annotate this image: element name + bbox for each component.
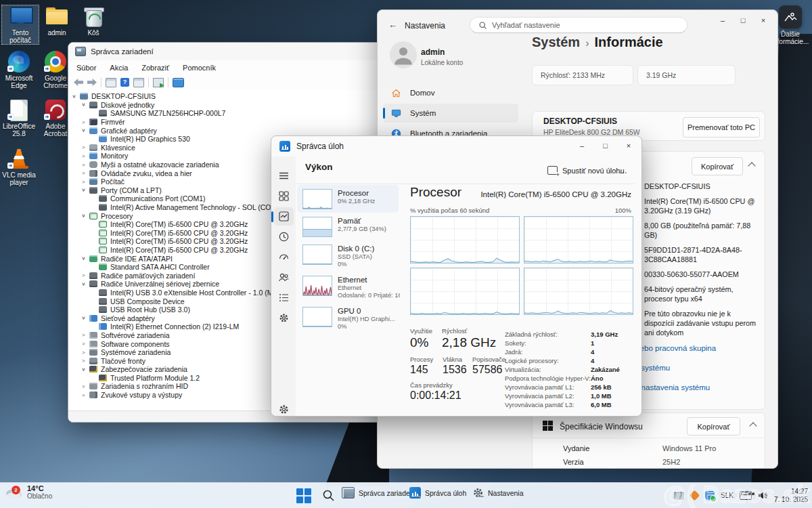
run-new-task-button[interactable]: Spustiť novú úlohu <box>547 166 625 175</box>
perf-list-item[interactable]: Disk 0 (C:) SSD (SATA) 0% <box>297 240 399 272</box>
back-arrow-icon[interactable] <box>74 79 83 86</box>
close-button[interactable]: × <box>618 138 639 153</box>
device-label: Intel(R) Ethernet Connection (2) I219-LM <box>110 322 239 331</box>
minimize-button[interactable]: – <box>572 138 592 153</box>
detail-value: 4 <box>591 348 594 356</box>
desktop-icon-libreoffice[interactable]: LibreOffice 25.8 <box>1 99 37 137</box>
breadcrumb-parent[interactable]: Systém <box>532 35 580 49</box>
tree-expander-icon[interactable] <box>72 93 80 100</box>
collapse-chevron-icon[interactable] <box>749 422 757 429</box>
language-indicator[interactable]: SLK <box>721 492 734 499</box>
device-label: Počítač <box>101 177 125 186</box>
tree-expander-icon[interactable] <box>82 358 89 364</box>
tree-expander-icon[interactable] <box>82 366 89 373</box>
taskbar-app-settings[interactable]: Nastavenia <box>472 487 524 499</box>
menu-view[interactable]: Zobraziť <box>141 64 169 72</box>
cpu-detail-row: Virtualizácia: Zakázané <box>505 365 633 374</box>
taskbar-app-device-manager[interactable]: Správca zariadení <box>342 487 416 499</box>
detail-label: Sokety: <box>505 339 591 347</box>
desktop-icon-this-pc[interactable]: Tento počítač <box>2 5 39 44</box>
forward-arrow-icon[interactable] <box>87 79 97 86</box>
avatar[interactable] <box>390 41 417 71</box>
tree-expander-icon[interactable] <box>82 341 89 347</box>
tree-expander-icon[interactable] <box>82 272 89 278</box>
tree-indent <box>72 352 82 353</box>
tree-expander-icon[interactable] <box>82 187 89 193</box>
copy-button[interactable]: Kopírovať <box>692 157 743 175</box>
tree-expander-icon[interactable] <box>82 144 89 150</box>
desktop-icon-recycle-bin[interactable]: Kôš <box>75 5 112 37</box>
menu-action[interactable]: Akcia <box>110 64 128 72</box>
tree-expander-icon[interactable] <box>82 383 89 389</box>
minimize-button[interactable]: – <box>713 13 733 28</box>
start-button[interactable] <box>296 488 312 504</box>
device-type-icon <box>99 289 107 296</box>
clock[interactable]: 14:27 7. 10. 2025 <box>774 488 808 504</box>
more-options-button[interactable]: … <box>619 166 628 175</box>
device-label: Software components <box>101 340 170 348</box>
monitor-icon[interactable] <box>173 78 184 87</box>
tray-orange-app-icon[interactable] <box>690 490 700 501</box>
copy-button[interactable]: Kopírovať <box>687 417 740 436</box>
sidebar-item-system[interactable]: Systém <box>383 104 518 123</box>
scan-hardware-changes-icon[interactable] <box>153 78 164 87</box>
properties-icon[interactable] <box>133 78 144 87</box>
help-icon[interactable]: ? <box>120 78 129 87</box>
app-history-icon[interactable] <box>278 231 290 242</box>
desktop-icon-vlc[interactable]: VLC media player <box>1 148 37 186</box>
menu-help[interactable]: Pomocník <box>183 64 216 72</box>
collapse-chevron-icon[interactable] <box>748 162 755 169</box>
perf-list-item[interactable]: Pamäť 2,7/7,9 GB (34%) <box>297 213 399 240</box>
tree-expander-icon[interactable] <box>82 392 89 398</box>
close-button[interactable]: × <box>753 13 773 28</box>
desktop-icon-edge[interactable]: Microsoft Edge <box>1 51 37 89</box>
details-icon[interactable] <box>278 292 290 303</box>
tree-expander-icon[interactable] <box>82 255 89 261</box>
weather-widget[interactable]: 2 14°C Oblačno <box>4 484 52 500</box>
tree-expander-icon[interactable] <box>82 281 89 287</box>
tree-expander-icon[interactable] <box>82 127 89 133</box>
settings-gear-icon[interactable] <box>278 404 290 415</box>
hamburger-menu-icon[interactable] <box>278 170 290 182</box>
desktop-icon-admin-folder[interactable]: admin <box>39 5 75 37</box>
tree-expander-icon[interactable] <box>82 162 89 168</box>
touch-keyboard-icon[interactable] <box>740 491 752 500</box>
perf-list-item[interactable]: Procesor 0% 2,18 GHz <box>297 185 399 213</box>
perf-list-item[interactable]: Ethernet Ethernet Odoslané: 0 Prijaté: 1… <box>297 272 399 303</box>
sidebar-item-home[interactable]: Domov <box>383 83 518 102</box>
tray-device-icon[interactable] <box>674 492 684 500</box>
taskbar-search-icon[interactable] <box>322 489 335 502</box>
services-icon[interactable] <box>278 312 290 324</box>
rename-pc-button[interactable]: Premenovať toto PC <box>683 117 760 137</box>
tree-expander-icon[interactable] <box>82 102 89 108</box>
menu-file[interactable]: Súbor <box>76 64 96 72</box>
version-value: 25H2 <box>662 458 680 466</box>
tree-expander-icon[interactable] <box>82 153 89 159</box>
device-label: Zabezpečovacie zariadenia <box>101 365 187 373</box>
settings-search-input[interactable]: Vyhľadať nastavenie <box>470 17 687 33</box>
startup-apps-icon[interactable] <box>278 251 290 263</box>
tree-expander-icon[interactable] <box>82 213 89 219</box>
tree-indent <box>72 292 91 293</box>
tree-expander-icon[interactable] <box>82 350 89 356</box>
tree-expander-icon[interactable] <box>82 179 89 185</box>
device-type-icon <box>89 391 97 398</box>
processes-icon[interactable] <box>278 190 290 202</box>
volume-icon[interactable] <box>758 491 768 500</box>
users-icon[interactable] <box>278 272 290 283</box>
tree-expander-icon[interactable] <box>82 119 89 125</box>
tree-expander-icon[interactable] <box>82 332 89 338</box>
performance-icon[interactable] <box>278 211 290 222</box>
threads-value: 1536 <box>443 364 467 376</box>
show-console-tree-icon[interactable] <box>106 78 116 87</box>
processes-label: Procesy <box>410 356 433 363</box>
maximize-button[interactable]: □ <box>595 138 616 153</box>
back-button[interactable]: ← <box>388 20 397 30</box>
taskbar-app-task-manager[interactable]: Správca úloh <box>409 487 466 499</box>
tray-security-check-icon[interactable] <box>705 491 715 501</box>
cpu-core-graph-3 <box>410 268 520 315</box>
tree-expander-icon[interactable] <box>82 170 89 176</box>
tree-expander-icon[interactable] <box>82 315 89 321</box>
maximize-button[interactable]: □ <box>733 13 753 28</box>
perf-list-item[interactable]: GPU 0 Intel(R) HD Graphi... 0% <box>297 303 399 334</box>
